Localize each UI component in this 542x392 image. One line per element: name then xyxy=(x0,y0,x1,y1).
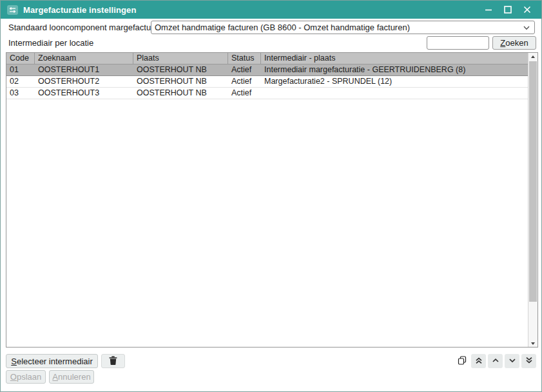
cell-plaats: OOSTERHOUT NB xyxy=(133,64,228,75)
scroll-down-icon[interactable] xyxy=(528,340,537,347)
record-navigation xyxy=(454,354,536,368)
window-title: Margefacturatie instellingen xyxy=(23,5,136,15)
cell-status: Actief xyxy=(228,88,261,99)
cell-code: 01 xyxy=(6,64,35,75)
looncomponent-label: Standaard looncomponent margefacturatie xyxy=(8,21,167,34)
cell-zoeknaam: OOSTERHOUT3 xyxy=(35,88,133,99)
close-icon[interactable] xyxy=(519,3,535,17)
table-row[interactable]: 01 OOSTERHOUT1 OOSTERHOUT NB Actief Inte… xyxy=(6,64,528,76)
last-record-button[interactable] xyxy=(521,354,536,368)
cell-zoeknaam: OOSTERHOUT1 xyxy=(35,64,133,75)
cell-code: 03 xyxy=(6,88,35,99)
vertical-scrollbar[interactable] xyxy=(528,53,537,347)
next-record-button[interactable] xyxy=(505,354,519,368)
column-header-zoeknaam: Zoeknaam xyxy=(35,53,133,64)
scrollbar-track[interactable] xyxy=(528,60,537,340)
scroll-up-icon[interactable] xyxy=(528,53,537,60)
annuleren-button-label: Annuleren xyxy=(52,372,90,382)
column-header-code: Code xyxy=(6,53,35,64)
intermediair-table: Code Zoeknaam Plaats Status Intermediair… xyxy=(6,52,538,348)
window-titlebar[interactable]: Margefacturatie instellingen xyxy=(1,1,541,19)
copy-button[interactable] xyxy=(454,354,469,368)
double-chevron-up-icon xyxy=(475,357,483,366)
intermediair-label: Intermediair per locatie xyxy=(8,37,93,50)
first-record-button[interactable] xyxy=(471,354,486,368)
cell-plaats: OOSTERHOUT NB xyxy=(133,76,228,87)
chevron-down-icon xyxy=(523,24,530,34)
opslaan-button-label: Opslaan xyxy=(10,372,41,382)
chevron-up-icon xyxy=(492,357,499,366)
zoeken-button[interactable]: Zoeken xyxy=(492,36,536,50)
column-header-intermediair-plaats: Intermediair - plaats xyxy=(261,53,528,64)
annuleren-button[interactable]: Annuleren xyxy=(49,370,94,384)
cell-zoeknaam: OOSTERHOUT2 xyxy=(35,76,133,87)
opslaan-button[interactable]: Opslaan xyxy=(6,370,46,384)
column-header-status: Status xyxy=(228,53,261,64)
selecteer-intermediair-button[interactable]: Selecteer intermediair xyxy=(6,354,98,368)
scrollbar-thumb[interactable] xyxy=(529,61,537,302)
table-header-row: Code Zoeknaam Plaats Status Intermediair… xyxy=(6,53,528,64)
table-body: Code Zoeknaam Plaats Status Intermediair… xyxy=(6,53,528,347)
cell-intermediair-plaats: Intermediair margefacturatie - GEERTRUID… xyxy=(261,64,528,75)
delete-button[interactable] xyxy=(101,354,125,368)
zoeken-button-label: Zoeken xyxy=(500,38,528,48)
cell-intermediair-plaats: Margefacturatie2 - SPRUNDEL (12) xyxy=(261,76,528,87)
chevron-down-icon xyxy=(508,357,516,366)
cell-code: 02 xyxy=(6,76,35,87)
selecteer-intermediair-label: Selecteer intermediair xyxy=(11,357,92,366)
swap-arrows-icon xyxy=(7,5,18,15)
margefacturatie-dialog: Margefacturatie instellingen Standaard l… xyxy=(0,0,542,392)
cell-plaats: OOSTERHOUT NB xyxy=(133,88,228,99)
cell-status: Actief xyxy=(228,64,261,75)
looncomponent-select[interactable]: Omzet handmatige facturen (GB 8600 - Omz… xyxy=(151,21,535,34)
table-row[interactable]: 02 OOSTERHOUT2 OOSTERHOUT NB Actief Marg… xyxy=(6,76,528,88)
minimize-icon[interactable] xyxy=(481,3,496,17)
cell-status: Actief xyxy=(228,76,261,87)
looncomponent-selected-value: Omzet handmatige facturen (GB 8600 - Omz… xyxy=(155,23,410,32)
double-chevron-down-icon xyxy=(525,357,533,366)
maximize-icon[interactable] xyxy=(500,3,516,17)
previous-record-button[interactable] xyxy=(488,354,503,368)
trash-icon xyxy=(109,356,117,367)
table-row[interactable]: 03 OOSTERHOUT3 OOSTERHOUT NB Actief xyxy=(6,88,528,99)
copy-icon xyxy=(458,356,467,367)
cell-intermediair-plaats xyxy=(261,88,528,99)
search-input[interactable] xyxy=(427,36,489,50)
column-header-plaats: Plaats xyxy=(133,53,228,64)
